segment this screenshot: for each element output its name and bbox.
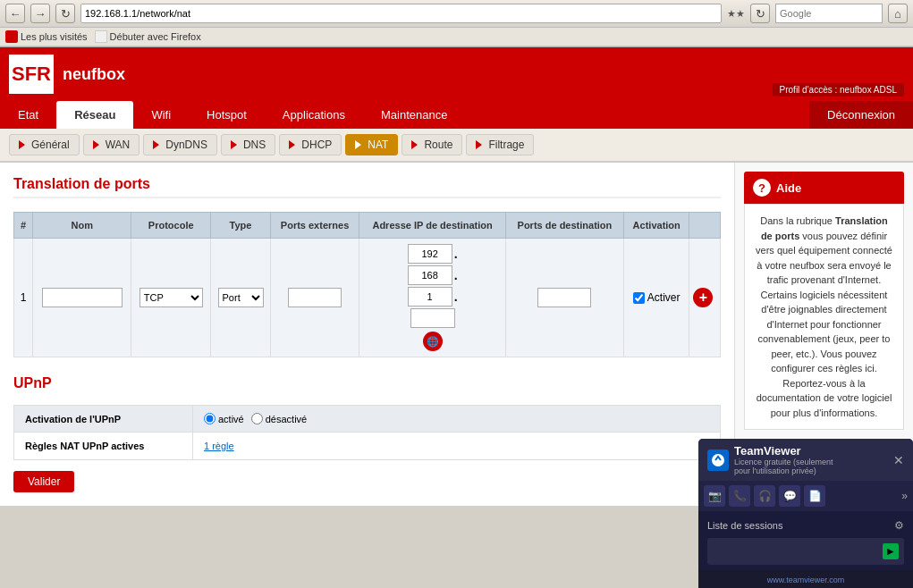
tv-body: Liste de sessions ⚙ ► — [698, 511, 913, 570]
protocole-select[interactable]: TCP UDP TCP/UDP — [139, 288, 203, 307]
nav-maintenance[interactable]: Maintenance — [363, 101, 465, 129]
sub-nav: Général WAN DynDNS DNS DHCP NAT Route Fi… — [0, 129, 913, 163]
browser-toolbar: ← → ↻ ★★ ↻ ⌂ — [0, 0, 913, 28]
ip-field-2[interactable] — [408, 265, 452, 285]
header: SFR neufbox Profil d'accès : neufbox ADS… — [0, 47, 913, 101]
sub-nav-dns[interactable]: DNS — [221, 134, 275, 155]
ip-field-1[interactable] — [408, 244, 452, 264]
bookmark-firefox[interactable]: Débuter avec Firefox — [95, 30, 201, 43]
tv-close-button[interactable]: ✕ — [893, 453, 904, 467]
tv-camera-button[interactable]: 📷 — [704, 485, 725, 507]
upnp-table: Activation de l'UPnP activé désactivé — [13, 405, 721, 460]
page-icon — [95, 30, 107, 43]
radio-active-text: activé — [218, 414, 244, 424]
col-type: Type — [211, 213, 271, 239]
bookmarks-bar: Les plus visités Débuter avec Firefox — [0, 28, 913, 46]
bookmark-visited[interactable]: Les plus visités — [5, 30, 88, 43]
arrow-icon — [93, 140, 99, 149]
col-ports-ext: Ports externes — [270, 213, 359, 239]
tv-title-group: TeamViewer Licence gratuite (seulement p… — [734, 444, 833, 475]
tv-file-button[interactable]: 📄 — [804, 485, 825, 507]
sub-nav-filtrage[interactable]: Filtrage — [466, 134, 534, 155]
tv-footer: www.teamviewer.com — [698, 570, 913, 588]
cell-add: + — [689, 239, 721, 357]
nav-etat[interactable]: Etat — [0, 101, 56, 129]
ip-dot-1: . — [454, 247, 458, 261]
main-content: Translation de ports # Nom Protocole Typ… — [0, 163, 734, 506]
radio-active[interactable] — [204, 413, 216, 424]
search-input[interactable] — [775, 4, 883, 23]
cell-nom — [33, 239, 131, 357]
cell-type: Port Plage — [211, 239, 271, 357]
tv-headset-button[interactable]: 🎧 — [754, 485, 775, 507]
ip-dot-3: . — [454, 290, 458, 304]
tv-session-item[interactable] — [707, 538, 904, 565]
tv-footer-link[interactable]: www.teamviewer.com — [767, 575, 845, 584]
deconnexion-button[interactable]: Déconnexion — [809, 101, 913, 129]
upnp-rules-link[interactable]: 1 règle — [204, 441, 234, 451]
upnp-activation-label: Activation de l'UPnP — [14, 406, 193, 433]
sub-nav-general[interactable]: Général — [9, 134, 80, 155]
upnp-rules-label: Règles NAT UPnP actives — [14, 433, 193, 460]
ports-dest-input[interactable] — [537, 288, 591, 307]
tv-subtitle1: Licence gratuite (seulement — [734, 458, 833, 466]
sub-nav-dyndns[interactable]: DynDNS — [143, 134, 217, 155]
refresh-button[interactable]: ↻ — [750, 4, 770, 23]
aide-body: Dans la rubrique Translation de ports vo… — [744, 204, 904, 430]
tv-more-button[interactable]: » — [901, 490, 908, 502]
forward-button[interactable]: → — [30, 4, 50, 23]
nav-reseau[interactable]: Réseau — [56, 101, 133, 129]
sub-nav-route[interactable]: Route — [402, 134, 462, 155]
sub-nav-dhcp[interactable]: DHCP — [279, 134, 342, 155]
nav-hotspot[interactable]: Hotspot — [189, 101, 265, 129]
radio-active-label[interactable]: activé — [204, 413, 244, 424]
col-nom: Nom — [33, 213, 131, 239]
radio-inactive-label[interactable]: désactivé — [251, 413, 307, 424]
browser-chrome: ← → ↻ ★★ ↻ ⌂ Les plus visités Débuter av… — [0, 0, 913, 47]
teamviewer-panel: TeamViewer Licence gratuite (seulement p… — [698, 439, 913, 588]
upnp-section: UPnP Activation de l'UPnP activé — [13, 375, 721, 492]
cell-ports-dest — [505, 239, 623, 357]
arrow-icon — [19, 140, 25, 149]
home-button[interactable]: ⌂ — [888, 4, 908, 23]
sfr-logo: SFR — [9, 55, 54, 94]
ip-lookup-button[interactable]: 🌐 — [423, 332, 443, 351]
upnp-radio-group: activé désactivé — [204, 413, 709, 424]
tv-session-row: ► — [707, 538, 904, 565]
aide-icon: ? — [753, 179, 771, 197]
activation-checkbox[interactable] — [633, 292, 645, 304]
nav-wifi[interactable]: Wifi — [133, 101, 189, 129]
section-title: Translation de ports — [13, 176, 721, 198]
cell-ip-dest: . . . — [359, 239, 506, 357]
valider-button[interactable]: Valider — [13, 471, 74, 492]
nav-applications[interactable]: Applications — [265, 101, 363, 129]
ports-ext-input[interactable] — [288, 288, 342, 307]
ip-field-4[interactable] — [410, 308, 455, 328]
ip-field-3[interactable] — [408, 287, 452, 307]
upnp-title: UPnP — [13, 375, 721, 391]
cell-activation: Activer — [623, 239, 689, 357]
cell-protocole: TCP UDP TCP/UDP — [131, 239, 211, 357]
tv-phone-button[interactable]: 📞 — [729, 485, 750, 507]
tv-gear-icon[interactable]: ⚙ — [894, 519, 904, 532]
radio-inactive-text: désactivé — [266, 414, 307, 424]
nom-input[interactable] — [42, 288, 123, 307]
type-select[interactable]: Port Plage — [218, 288, 264, 307]
sub-nav-wan[interactable]: WAN — [83, 134, 140, 155]
activation-text: Activer — [647, 291, 681, 304]
col-protocole: Protocole — [131, 213, 211, 239]
tv-header: TeamViewer Licence gratuite (seulement p… — [698, 439, 913, 481]
sub-nav-nat[interactable]: NAT — [345, 134, 398, 155]
header-profile: Profil d'accès : neufbox ADSL — [773, 83, 904, 97]
tv-chat-button[interactable]: 💬 — [779, 485, 800, 507]
tv-toolbar: 📷 📞 🎧 💬 📄 » — [698, 481, 913, 511]
back-button[interactable]: ← — [5, 4, 25, 23]
ip-dot-2: . — [454, 268, 458, 282]
radio-inactive[interactable] — [251, 413, 263, 424]
address-bar[interactable] — [80, 4, 722, 23]
upnp-rules-row: Règles NAT UPnP actives 1 règle — [14, 433, 721, 460]
reload-button[interactable]: ↻ — [55, 4, 75, 23]
tv-green-button[interactable]: ► — [883, 543, 899, 559]
add-rule-button[interactable]: + — [693, 288, 713, 307]
arrow-icon — [153, 140, 159, 149]
